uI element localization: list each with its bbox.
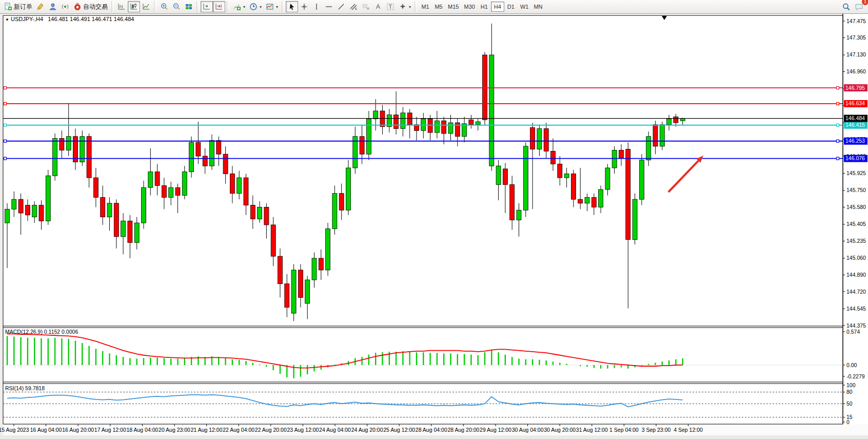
candle-body	[442, 121, 446, 133]
chart-title[interactable]: ▼ USDJPY-,H4 146.481 146.491 146.471 146…	[5, 16, 134, 22]
chart-shift-button[interactable]	[213, 1, 225, 12]
text-icon: A	[374, 3, 382, 11]
chart-canvas[interactable]: 147.475147.305147.130146.960146.785146.6…	[0, 0, 868, 439]
scroll-group	[201, 0, 225, 13]
candle-body	[633, 199, 637, 239]
candle-body	[250, 205, 255, 219]
candle-body	[169, 187, 173, 197]
axis-tick-label: 16 Aug 20:00	[62, 427, 94, 433]
trendline-button[interactable]	[335, 1, 347, 12]
price-label-text: 146.253	[845, 138, 865, 144]
chat-widget[interactable]: 1	[853, 1, 866, 12]
timeframe-w1[interactable]: W1	[518, 2, 531, 12]
timeframe-m5[interactable]: M5	[432, 2, 445, 12]
axis-tick-label: 30 Aug 20:00	[544, 427, 576, 433]
toolbar-separator	[415, 2, 417, 12]
candle-body	[558, 164, 562, 178]
price-label-text: 146.795	[845, 85, 865, 91]
candle-body	[510, 184, 515, 220]
profile-icon	[49, 3, 57, 11]
chevron-down-icon: ▾	[260, 5, 262, 9]
hline-handle[interactable]	[4, 87, 7, 89]
candle-body	[278, 256, 283, 284]
channel-button[interactable]: E	[347, 1, 360, 12]
candle-body	[360, 137, 364, 154]
candle-body	[326, 229, 330, 270]
timeframe-m15[interactable]: M15	[445, 2, 461, 12]
timeframe-m1[interactable]: M1	[419, 2, 432, 12]
search-button[interactable]	[840, 1, 853, 12]
profile-button[interactable]	[47, 1, 59, 12]
zoom-in-button[interactable]	[158, 1, 170, 12]
candle-body	[230, 174, 234, 193]
chart-ohlc-values: 146.481 146.491 146.471 146.484	[48, 16, 134, 22]
axis-tick-label: 144.890	[846, 272, 866, 278]
candle-body	[258, 207, 262, 219]
candle-body	[469, 120, 474, 125]
zoom-group	[158, 0, 195, 13]
hline-handle[interactable]	[4, 102, 7, 105]
candle-body	[612, 150, 617, 168]
timeframe-m30[interactable]: M30	[461, 2, 477, 12]
line-chart-button[interactable]	[140, 1, 152, 12]
timeframe-d1[interactable]: D1	[504, 2, 518, 12]
horizontal-line-button[interactable]	[323, 1, 335, 12]
signal-button[interactable]	[59, 1, 71, 12]
bar-chart-button[interactable]	[115, 1, 128, 12]
auto-trading-label: 自动交易	[83, 3, 108, 11]
auto-trading-button[interactable]: 自动交易	[71, 1, 110, 12]
templates-button[interactable]: ▾	[264, 1, 280, 12]
new-order-button[interactable]: 新订单	[2, 1, 34, 12]
candle-body	[339, 194, 344, 211]
candle-body	[571, 174, 576, 199]
symbol-dropdown-icon[interactable]: ▼	[5, 17, 9, 22]
text-label-button[interactable]: T	[384, 1, 397, 12]
arrows-button[interactable]: ▾	[397, 1, 413, 12]
candle-body	[162, 185, 166, 197]
cursor-button[interactable]	[286, 1, 298, 12]
hline-handle[interactable]	[837, 102, 839, 105]
axis-tick-label: 145.235	[846, 238, 866, 244]
axis-tick-label: 17 Aug 12:00	[94, 427, 126, 433]
axis-tick-label: 16 Aug 04:00	[30, 427, 62, 433]
bar-chart-icon	[117, 3, 126, 11]
toolbar-separator	[111, 2, 114, 12]
hline-handle[interactable]	[837, 140, 839, 142]
chart-type-group	[115, 0, 152, 13]
candle-body	[298, 270, 303, 298]
hline-handle[interactable]	[837, 87, 839, 89]
fibonacci-icon: F	[362, 3, 370, 11]
candle-body	[210, 140, 214, 166]
duster-button[interactable]	[34, 1, 47, 12]
clock-icon	[249, 3, 258, 11]
timeframe-h1[interactable]: H1	[478, 2, 491, 12]
candlestick-chart-button[interactable]	[128, 1, 140, 12]
hline-handle[interactable]	[4, 140, 7, 142]
periods-button[interactable]: ▾	[247, 1, 264, 12]
candle-body	[394, 115, 399, 129]
timeframe-h4[interactable]: H4	[491, 2, 504, 12]
text-button[interactable]: A	[372, 1, 384, 12]
indicators-button[interactable]: ▾	[231, 1, 247, 12]
candle-body	[653, 125, 658, 146]
hline-handle[interactable]	[4, 124, 7, 126]
axis-tick-label: 24 Aug 04:00	[319, 427, 351, 433]
timeframe-mn[interactable]: MN	[531, 2, 545, 12]
trendline-icon	[337, 3, 345, 11]
crosshair-button[interactable]	[298, 1, 310, 12]
hline-handle[interactable]	[837, 157, 839, 160]
zoom-out-button[interactable]	[170, 1, 183, 12]
axis-tick-label: 145.580	[846, 204, 866, 210]
auto-scroll-button[interactable]	[201, 1, 213, 12]
tile-windows-button[interactable]	[183, 1, 195, 12]
fibonacci-button[interactable]: F	[360, 1, 372, 12]
candle-body	[148, 172, 153, 188]
axis-tick-label: 145.060	[846, 255, 866, 261]
hline-handle[interactable]	[4, 157, 7, 160]
arrow-objects-icon	[399, 3, 407, 11]
vertical-line-button[interactable]	[310, 1, 323, 12]
axis-tick-label: 145.925	[846, 170, 866, 176]
hline-handle[interactable]	[837, 124, 839, 126]
candle-body	[142, 187, 146, 223]
candle-body	[530, 128, 535, 149]
